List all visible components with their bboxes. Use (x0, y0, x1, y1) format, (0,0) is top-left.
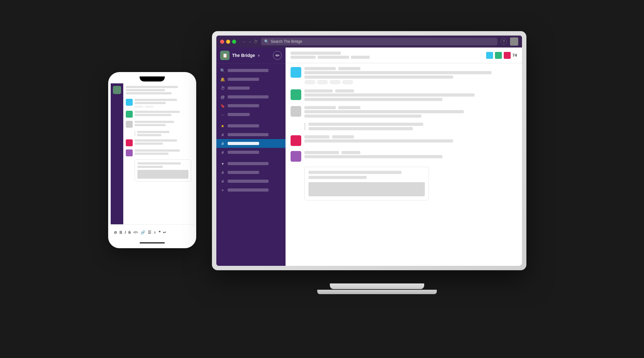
message-header (304, 89, 517, 92)
workspace-icon: 📋 (220, 51, 230, 60)
message-body (304, 89, 517, 101)
undo-icon[interactable]: ↩ (163, 230, 166, 235)
search-text: Search The Bridge (271, 39, 302, 44)
sidebar-item-channel-5[interactable]: # (216, 177, 286, 186)
member-count[interactable]: 74 (513, 53, 517, 58)
sidebar-item-channel-4[interactable]: # (216, 168, 286, 177)
nav-label-bar (228, 180, 269, 183)
nav-arrows: ← → ⏱ (242, 39, 258, 44)
minimize-button[interactable] (226, 40, 230, 44)
messages-area (286, 63, 522, 266)
reaction[interactable] (342, 80, 353, 84)
search-nav-icon: 🔍 (220, 68, 225, 73)
nav-label-bar (228, 151, 259, 154)
sidebar-item-channel-2-active[interactable]: # (216, 139, 286, 148)
message-text (304, 110, 517, 118)
message-text (304, 71, 517, 79)
bold-icon[interactable]: B (119, 230, 122, 235)
channel-header: 74 (286, 48, 522, 63)
color-pill-blue (486, 52, 493, 59)
phone-main-content (123, 83, 194, 224)
reaction[interactable] (304, 80, 315, 84)
color-pill-teal (495, 52, 502, 59)
phone-home-indicator (111, 240, 194, 246)
sidebar-item-channel-1[interactable]: # (216, 130, 286, 139)
timestamp-bar (338, 67, 360, 70)
list-icon[interactable]: ☰ (148, 230, 151, 235)
reaction[interactable] (330, 80, 341, 84)
sidebar-item-threads[interactable]: 🔔 (216, 75, 286, 84)
help-button[interactable]: ? (501, 38, 507, 45)
phone-msg-body (135, 99, 191, 108)
nav-label-bar (228, 124, 259, 127)
phone-avatar (126, 139, 133, 146)
sidebar-item-mentions[interactable]: @ (216, 92, 286, 101)
phone-notch (140, 76, 165, 81)
star-icon: ★ (220, 124, 225, 128)
message-reactions (304, 80, 517, 84)
message-avatar (291, 135, 301, 146)
message-header (304, 135, 517, 138)
sidebar-item-more[interactable]: ··· (216, 110, 286, 119)
phone-frame: ⊘ B I S </> 🔗 ☰ ≡ ❝ ↩ (108, 72, 196, 248)
color-pill-red (504, 52, 511, 59)
ordered-list-icon[interactable]: ≡ (154, 230, 156, 235)
phone-avatar (126, 111, 133, 118)
nav-label-bar (228, 171, 259, 174)
maximize-button[interactable] (232, 40, 236, 44)
phone-message (126, 99, 191, 108)
code-icon[interactable]: </> (133, 231, 138, 234)
channel-desc-bar (318, 56, 349, 59)
message-avatar (291, 151, 301, 162)
later-nav-icon: ⏱ (220, 86, 225, 91)
message-body (304, 67, 517, 84)
message-body (304, 106, 517, 118)
workspace-info: 📋 The Bridge ∨ (220, 51, 260, 60)
channel-title-area (291, 52, 370, 59)
workspace-header: 📋 The Bridge ∨ ✏ (216, 48, 286, 64)
phone-msg-body (135, 111, 191, 116)
sidebar-item-channel-3[interactable]: # (216, 148, 286, 157)
blockquote-icon[interactable]: ❝ (158, 230, 160, 235)
sidebar-item-saved[interactable]: 🔖 (216, 101, 286, 110)
forward-arrow-icon[interactable]: → (248, 39, 252, 44)
message-avatar (291, 67, 301, 78)
compose-button[interactable]: ✏ (273, 51, 282, 60)
phone-toolbar: ⊘ B I S </> 🔗 ☰ ≡ ❝ ↩ (111, 224, 194, 240)
strikethrough-icon[interactable]: S (128, 230, 131, 235)
attach-icon[interactable]: ⊘ (114, 230, 117, 235)
sidebar-section-header[interactable]: ▾ (216, 159, 286, 168)
phone-message (126, 121, 191, 128)
user-avatar[interactable] (510, 37, 518, 46)
workspace-name: The Bridge (232, 53, 255, 58)
nav-label-bar (228, 133, 269, 136)
workspace-dropdown-icon[interactable]: ∨ (258, 53, 260, 58)
phone-notch-area (111, 75, 194, 83)
saved-nav-icon: 🔖 (220, 103, 225, 108)
laptop-hinge (330, 283, 424, 289)
italic-icon[interactable]: I (125, 230, 126, 235)
reaction[interactable] (317, 80, 328, 84)
phone-avatar (126, 149, 133, 156)
message-text (304, 93, 517, 101)
laptop-base (317, 290, 437, 294)
sidebar-nav: 🔍 🔔 ⏱ (216, 64, 286, 266)
sidebar-item-later[interactable]: ⏱ (216, 84, 286, 92)
link-icon[interactable]: 🔗 (141, 230, 145, 235)
message-body (304, 151, 517, 158)
app-body: 📋 The Bridge ∨ ✏ 🔍 (216, 48, 522, 266)
scene: ⊘ B I S </> 🔗 ☰ ≡ ❝ ↩ (102, 22, 542, 336)
channel-hash-icon: # (220, 141, 225, 146)
channel-actions: 74 (486, 52, 517, 59)
sidebar-item-search[interactable]: 🔍 (216, 66, 286, 75)
channel-hash-icon: # (220, 170, 225, 175)
sidebar-item-starred[interactable]: ★ (216, 121, 286, 130)
message-header (304, 151, 517, 154)
close-button[interactable] (220, 40, 224, 44)
back-arrow-icon[interactable]: ← (242, 39, 246, 44)
sidebar-item-add-channel[interactable]: + (216, 186, 286, 194)
phone-message (126, 139, 191, 146)
message-avatar (291, 89, 301, 100)
channel-info-bar (351, 56, 370, 59)
search-bar[interactable]: 🔍 Search The Bridge (261, 38, 497, 45)
